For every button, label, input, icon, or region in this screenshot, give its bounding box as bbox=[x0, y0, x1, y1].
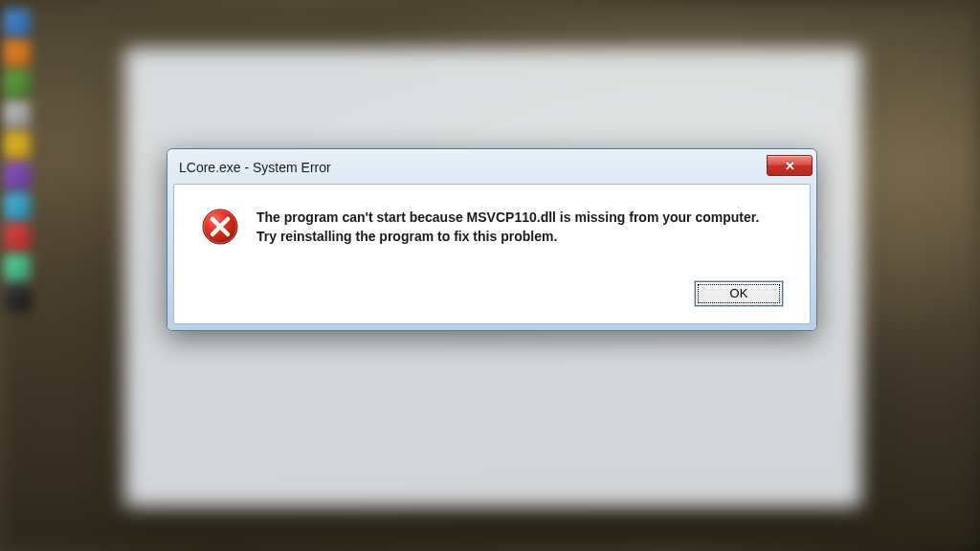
dialog-body: The program can't start because MSVCP110… bbox=[173, 184, 811, 324]
error-icon bbox=[201, 208, 239, 246]
dialog-frame: LCore.exe - System Error ✕ bbox=[167, 149, 816, 330]
dialog-titlebar[interactable]: LCore.exe - System Error ✕ bbox=[173, 155, 811, 184]
ok-button[interactable]: OK bbox=[695, 281, 783, 306]
close-button[interactable]: ✕ bbox=[767, 155, 813, 176]
dialog-buttons: OK bbox=[201, 281, 783, 306]
close-icon: ✕ bbox=[785, 159, 795, 173]
desktop-icon bbox=[4, 10, 31, 36]
desktop-icon bbox=[4, 101, 31, 128]
desktop-icon bbox=[4, 163, 31, 189]
desktop-icon bbox=[4, 71, 31, 98]
desktop-icon bbox=[4, 285, 31, 312]
dialog-content: The program can't start because MSVCP110… bbox=[201, 206, 783, 247]
desktop-icon bbox=[4, 132, 31, 159]
desktop-icon bbox=[4, 254, 31, 281]
error-message: The program can't start because MSVCP110… bbox=[256, 206, 783, 247]
error-dialog: LCore.exe - System Error ✕ bbox=[167, 148, 817, 331]
desktop-icon bbox=[4, 40, 31, 67]
desktop-icon bbox=[4, 224, 31, 251]
desktop-icon bbox=[4, 193, 31, 220]
desktop-icon-column bbox=[0, 0, 38, 551]
dialog-title: LCore.exe - System Error bbox=[179, 160, 331, 175]
